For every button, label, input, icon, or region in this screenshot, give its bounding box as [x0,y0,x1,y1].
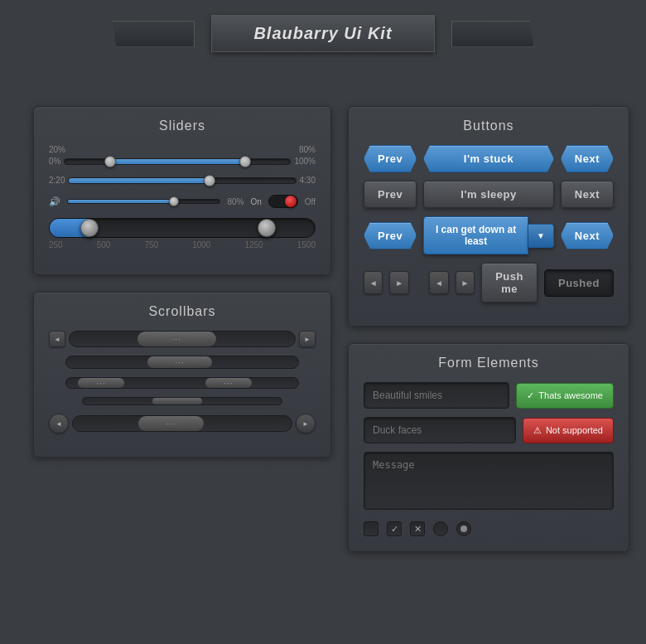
checkbox-x[interactable]: ✕ [410,521,425,536]
scrollbar-h-nav: ◄ ··· ► [49,414,316,433]
forms-title: Form Elements [364,356,614,370]
slider-dark-row: 250 500 750 1000 1250 1500 [49,218,316,249]
btn-stuck[interactable]: I'm stuck [423,145,554,172]
slider2-min: 2:20 [49,176,65,185]
nav-btn-next-2[interactable]: ► [456,271,475,294]
radio-filled[interactable] [456,521,471,536]
form-row-1: ✓ Thats awesome [364,382,614,409]
radio-empty[interactable] [433,521,448,536]
slider4-track[interactable] [49,218,316,238]
scroll-track-h-nav[interactable]: ··· [72,415,292,432]
checkbox-checked[interactable]: ✓ [387,521,402,536]
btn-dropdown-main[interactable]: I can get down at least [423,216,528,254]
scrollbar-h-two: ··· ··· [49,377,316,389]
btn-sleepy[interactable]: I'm sleepy [423,181,554,208]
btn-dropdown-wrapper: I can get down at least ▼ [423,216,554,254]
sliders-title: Sliders [49,119,316,133]
slider4-range-labels: 250 500 750 1000 1250 1500 [49,240,316,249]
slider-volume-row: 🔊 80% On Off [49,195,316,208]
scroll-thumb-h-large[interactable]: ··· [137,332,216,346]
x-icon: ✕ [414,524,422,535]
form-controls: ✓ ✕ [364,521,614,536]
slider1-thumb-right[interactable] [239,156,251,167]
slider4-thumb-left[interactable] [80,219,99,237]
scroll-thumb-h-right[interactable]: ··· [205,378,252,388]
slider3-on-label: On [251,197,262,206]
nav-btn-prev-2[interactable]: ◄ [429,271,448,294]
checkbox-unchecked[interactable] [364,521,378,536]
btn-prev-gray[interactable]: Prev [364,181,417,208]
scroll-thumb-dots: ··· [172,335,181,344]
btn-row-2: Prev I'm sleepy Next [364,181,614,208]
slider2-thumb[interactable] [204,175,215,186]
page-title: Blaubarry Ui Kit [253,24,392,42]
scroll-thumb-h-medium[interactable]: ··· [147,356,212,368]
slider1-right-val: 80% [299,145,316,154]
slider3-thumb[interactable] [169,196,179,206]
scroll-thumb-h-nav[interactable]: ··· [138,416,204,431]
error-text: Not supported [546,425,603,435]
slider3-track[interactable] [67,199,220,204]
slider3-off-label: Off [305,197,316,206]
slider1-left-val: 20% [49,145,65,154]
speaker-icon: 🔊 [49,196,60,207]
scrollbar-h-large: ◄ ··· ► [49,331,316,347]
form-badge-error: ⚠ Not supported [523,418,614,443]
scrollbars-title: Scrollbars [49,304,316,319]
toggle-knob [285,196,296,207]
scroll-track-h-narrow[interactable] [82,397,282,405]
check-icon: ✓ [391,524,398,535]
toggle-switch[interactable] [268,195,298,208]
scroll-nav-left[interactable]: ◄ [49,414,69,433]
success-icon: ✓ [527,390,534,401]
form-input-2[interactable] [364,417,516,443]
scroll-left-btn-large[interactable]: ◄ [49,331,65,347]
form-textarea[interactable] [364,452,614,510]
btn-pushed[interactable]: Pushed [544,269,614,297]
scroll-thumb-h-narrow[interactable] [152,398,202,404]
btn-dropdown-arrow[interactable]: ▼ [528,224,554,248]
slider1-track[interactable] [64,158,291,165]
scroll-track-h-two[interactable]: ··· ··· [65,377,299,389]
buttons-title: Buttons [364,119,614,133]
slider1-min: 0% [49,157,60,166]
scroll-right-btn-large[interactable]: ► [299,331,316,347]
btn-next-gray[interactable]: Next [561,181,614,208]
btn-row-1: Prev I'm stuck Next [364,145,614,172]
btn-prev-blue-1[interactable]: Prev [364,145,417,172]
slider1-thumb-left[interactable] [104,156,116,167]
btn-row-3: Prev I can get down at least ▼ Next [364,216,614,254]
slider-range: 20% 80% 0% 100% [49,145,316,166]
slider4-thumb-right[interactable] [258,219,276,237]
nav-btn-next-1[interactable]: ► [389,271,408,294]
nav-btn-prev-1[interactable]: ◄ [364,271,383,294]
slider2-track[interactable] [68,177,296,184]
scrollbar-h-medium: ··· [49,356,316,369]
scroll-nav-right[interactable]: ► [296,414,316,433]
slider3-vol-label: 80% [227,197,243,206]
btn-next-blue-3[interactable]: Next [561,222,614,249]
forms-section: Form Elements ✓ Thats awesome ⚠ Not supp… [348,343,629,552]
btn-prev-blue-3[interactable]: Prev [364,222,417,249]
scrollbar-h-narrow [49,397,316,405]
scroll-thumb-h-left[interactable]: ··· [78,378,124,388]
radio-inner [460,525,467,532]
form-row-2: ⚠ Not supported [364,417,614,443]
slider2-max: 4:30 [300,176,316,185]
sliders-section: Sliders 20% 80% 0% 100% [33,106,331,275]
scroll-track-h-medium[interactable]: ··· [65,356,299,369]
buttons-section: Buttons Prev I'm stuck Next Prev I'm sle… [348,106,629,327]
error-icon: ⚠ [533,425,542,436]
form-badge-success: ✓ Thats awesome [516,383,614,409]
scrollbars-section: Scrollbars ◄ ··· ► [33,292,331,458]
form-row-textarea [364,452,614,513]
slider1-max: 100% [294,157,316,166]
btn-next-blue-1[interactable]: Next [561,145,614,172]
btn-row-4: ◄ ► ◄ ► Push me Pushed [364,263,614,303]
form-input-1[interactable] [364,382,509,409]
btn-push-me[interactable]: Push me [481,263,538,303]
scroll-track-h-large[interactable]: ··· [69,331,296,347]
slider-time: 2:20 4:30 [49,176,316,185]
success-text: Thats awesome [538,390,603,400]
